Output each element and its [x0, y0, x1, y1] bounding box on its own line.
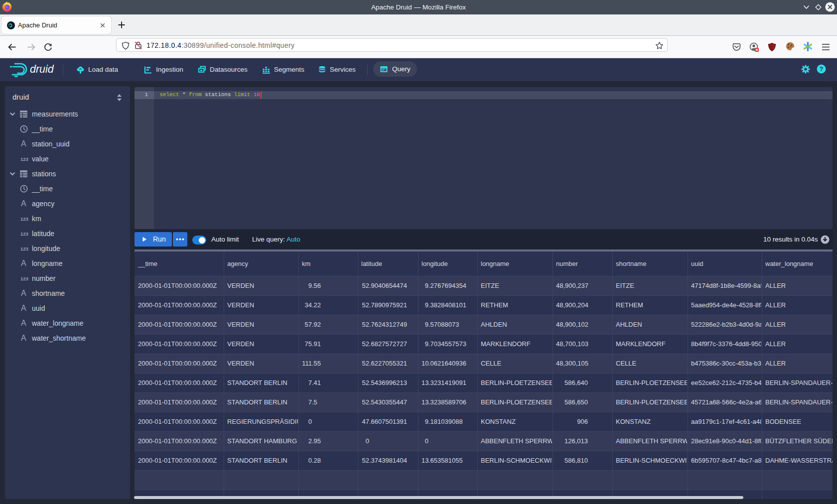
svg-text:?: ? — [820, 66, 824, 73]
